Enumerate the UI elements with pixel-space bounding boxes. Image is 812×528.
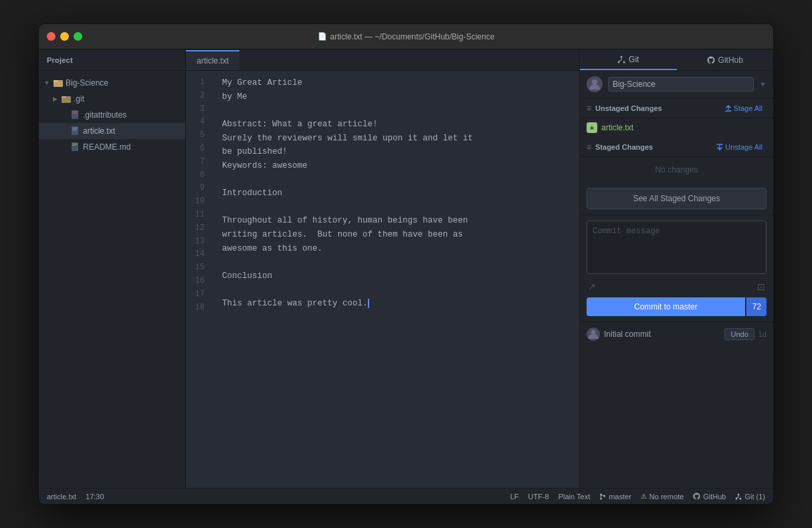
staged-icon: ≡	[587, 142, 591, 152]
no-changes-text: No changes	[580, 157, 773, 182]
commit-to-master-button[interactable]: Commit to master	[587, 297, 745, 316]
unstaged-header: ≡ Unstaged Changes Stage All	[580, 98, 773, 118]
statusbar-remote[interactable]: ⚠ No remote	[641, 493, 684, 501]
tab-article[interactable]: article.txt	[186, 50, 239, 70]
unstage-all-button[interactable]: Unstage All	[712, 142, 767, 152]
sidebar-item-readme[interactable]: README.md	[39, 139, 185, 155]
title-file-icon: 📄	[318, 32, 327, 41]
svg-line-29	[736, 497, 738, 498]
sidebar-label-gitattributes: .gitattributes	[83, 110, 126, 120]
svg-line-18	[619, 60, 621, 61]
see-staged-changes-button[interactable]: See All Staged Changes	[587, 188, 767, 209]
minimize-button[interactable]	[60, 32, 69, 41]
main-content: Project ▼ Big-Science ▶ .git	[39, 49, 773, 488]
repo-selector: Big-Science ▼	[580, 71, 773, 98]
svg-point-15	[618, 61, 620, 63]
commit-area: ↗ ⊡ Commit to master 72	[580, 215, 773, 321]
svg-point-27	[740, 497, 742, 499]
svg-rect-13	[72, 145, 76, 146]
undo-button[interactable]: Undo	[724, 328, 754, 340]
last-commit-row: Initial commit Undo 1d	[580, 321, 773, 346]
statusbar-filename[interactable]: article.txt	[47, 493, 76, 501]
warning-icon: ⚠	[641, 493, 647, 500]
sidebar: Project ▼ Big-Science ▶ .git	[39, 49, 186, 488]
svg-point-19	[592, 80, 597, 85]
svg-rect-3	[62, 96, 66, 98]
git-status-icon	[735, 493, 742, 500]
statusbar-syntax[interactable]: Plain Text	[559, 493, 591, 501]
staged-header: ≡ Staged Changes Unstage All	[580, 137, 773, 157]
sidebar-item-gitattributes[interactable]: .gitattributes	[39, 107, 185, 123]
traffic-lights	[47, 32, 82, 41]
editor-code[interactable]: My Great Article by Me Abstract: What a …	[214, 71, 579, 488]
svg-rect-9	[72, 129, 76, 130]
github-status-icon	[693, 493, 700, 500]
sidebar-item-git[interactable]: ▶ .git	[39, 91, 185, 107]
text-cursor	[368, 299, 369, 308]
tab-git-label: Git	[629, 55, 639, 64]
tab-label-article: article.txt	[197, 56, 229, 65]
commit-tools: ↗ ⊡	[587, 280, 767, 293]
titlebar: 📄 article.txt — ~/Documents/GitHub/Big-S…	[39, 24, 773, 49]
maximize-button[interactable]	[74, 32, 82, 41]
svg-rect-5	[72, 112, 78, 112]
sidebar-tree: ▼ Big-Science ▶ .git	[39, 71, 185, 488]
commit-message-input[interactable]	[587, 221, 767, 274]
user-avatar	[587, 76, 603, 92]
expand-icon: ▼	[43, 79, 51, 87]
commit-avatar	[587, 327, 600, 341]
last-commit-message: Initial commit	[604, 329, 720, 339]
statusbar-branch[interactable]: master	[599, 493, 631, 501]
editor-body[interactable]: 1234 5678 9101112 13141516 1718 My Great…	[186, 71, 579, 488]
svg-point-20	[591, 330, 596, 335]
unstaged-title: Unstaged Changes	[595, 104, 706, 112]
stage-all-button[interactable]: Stage All	[721, 103, 767, 114]
tab-github[interactable]: GitHub	[677, 49, 774, 70]
title-text: article.txt — ~/Documents/GitHub/Big-Sci…	[330, 32, 495, 41]
branch-icon	[599, 493, 606, 500]
editor-area: article.txt 1234 5678 9101112 13141516 1…	[186, 49, 579, 488]
staged-changes-section: ≡ Staged Changes Unstage All No changes	[580, 137, 773, 182]
sidebar-label-git: .git	[74, 94, 84, 104]
sidebar-label-big-science: Big-Science	[66, 78, 108, 88]
svg-rect-11	[72, 142, 78, 151]
commit-count-badge: 72	[746, 297, 767, 316]
unstaged-file-item[interactable]: + article.txt	[580, 118, 773, 137]
github-icon	[707, 56, 715, 64]
sidebar-item-article[interactable]: article.txt	[39, 123, 185, 139]
statusbar-encoding[interactable]: UTF-8	[528, 493, 549, 501]
statusbar-github[interactable]: GitHub	[693, 493, 726, 501]
commit-time-ago: 1d	[758, 330, 767, 338]
unstaged-filename: article.txt	[601, 123, 633, 132]
panel-tabs: Git GitHub	[580, 49, 773, 71]
staged-title: Staged Changes	[595, 143, 708, 151]
commit-tool-right-button[interactable]: ⊡	[756, 280, 767, 293]
svg-rect-8	[72, 128, 78, 128]
change-badge-plus: +	[587, 122, 597, 133]
sidebar-label-article: article.txt	[83, 126, 115, 136]
repo-select-dropdown[interactable]: Big-Science	[608, 77, 754, 92]
statusbar: article.txt 17:30 LF UTF-8 Plain Text ma…	[39, 488, 773, 504]
sidebar-item-big-science[interactable]: ▼ Big-Science	[39, 75, 185, 91]
svg-point-25	[738, 493, 740, 495]
unstaged-icon: ≡	[587, 104, 591, 113]
svg-point-16	[623, 61, 625, 63]
svg-point-22	[600, 497, 602, 499]
git-icon	[617, 55, 625, 63]
svg-rect-6	[72, 113, 76, 114]
folder-icon	[54, 78, 63, 88]
svg-rect-12	[72, 144, 78, 144]
file-icon-gitattributes	[71, 110, 80, 120]
statusbar-line-ending[interactable]: LF	[510, 493, 519, 501]
close-button[interactable]	[47, 32, 56, 41]
tab-git[interactable]: Git	[580, 49, 677, 70]
statusbar-git-status[interactable]: Git (1)	[735, 493, 765, 501]
svg-point-14	[621, 55, 623, 57]
commit-button-row: Commit to master 72	[587, 297, 767, 316]
folder-icon-git	[62, 94, 71, 104]
commit-tool-left-button[interactable]: ↗	[587, 280, 597, 293]
statusbar-cursor[interactable]: 17:30	[86, 493, 104, 501]
editor-tabs: article.txt	[186, 49, 579, 71]
tab-github-label: GitHub	[718, 55, 743, 65]
sidebar-label-readme: README.md	[83, 142, 130, 152]
